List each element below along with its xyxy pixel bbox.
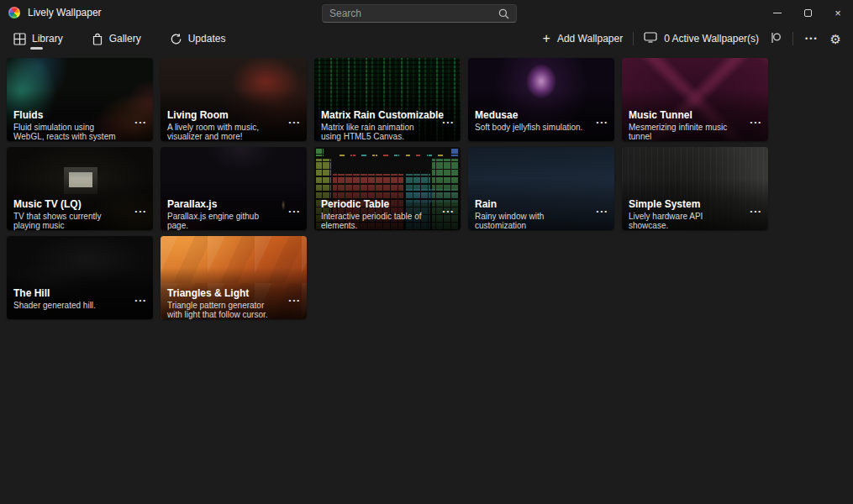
wallpaper-description: Interactive periodic table of elements. bbox=[321, 212, 434, 230]
slideshow-flag-icon bbox=[769, 31, 782, 47]
wallpaper-card-medusae[interactable]: Medusae Soft body jellyfish simulation. … bbox=[468, 58, 614, 141]
wallpaper-title: Rain bbox=[475, 199, 587, 210]
card-more-button[interactable]: ••• bbox=[289, 118, 301, 126]
close-icon: × bbox=[835, 7, 841, 19]
tab-updates-label: Updates bbox=[188, 33, 226, 45]
tab-library[interactable]: Library bbox=[10, 25, 66, 52]
active-wallpapers-button[interactable]: 0 Active Wallpaper(s) bbox=[644, 32, 759, 45]
monitor-icon bbox=[644, 32, 657, 45]
divider bbox=[633, 32, 634, 45]
updates-refresh-icon bbox=[170, 33, 182, 45]
wallpaper-title: Matrix Rain Customizable bbox=[321, 110, 434, 121]
card-more-button[interactable]: ••• bbox=[750, 207, 762, 215]
card-more-button[interactable]: ••• bbox=[597, 118, 608, 126]
wallpaper-card-music-tv[interactable]: Music TV (LQ) TV that shows currently pl… bbox=[7, 147, 153, 230]
wallpaper-description: TV that shows currently playing music bbox=[13, 212, 126, 230]
divider bbox=[792, 32, 793, 45]
wallpaper-description: Soft body jellyfish simulation. bbox=[475, 123, 587, 132]
card-more-button[interactable]: ••• bbox=[135, 118, 147, 126]
navigation-bar: Library Gallery Updates + Add Wallpaper bbox=[0, 25, 853, 52]
card-more-button[interactable]: ••• bbox=[135, 207, 147, 215]
library-grid-icon bbox=[13, 33, 26, 45]
active-wallpapers-label: 0 Active Wallpaper(s) bbox=[664, 33, 759, 45]
search-input[interactable] bbox=[323, 8, 498, 19]
card-more-button[interactable]: ••• bbox=[443, 207, 455, 215]
card-more-button[interactable]: ••• bbox=[443, 118, 455, 126]
wallpaper-title: Triangles & Light bbox=[167, 288, 280, 299]
close-button[interactable]: × bbox=[823, 0, 853, 25]
app-logo-icon bbox=[8, 7, 20, 18]
wallpaper-grid: Fluids Fluid simulation using WebGL, rea… bbox=[0, 52, 769, 319]
wallpaper-card-living-room[interactable]: Living Room A lively room with music, vi… bbox=[161, 58, 307, 141]
wallpaper-card-fluids[interactable]: Fluids Fluid simulation using WebGL, rea… bbox=[7, 58, 153, 141]
wallpaper-description: Parallax.js engine github page. bbox=[167, 212, 280, 230]
wallpaper-card-triangles-light[interactable]: Triangles & Light Triangle pattern gener… bbox=[161, 236, 307, 319]
gallery-bag-icon bbox=[92, 33, 103, 45]
wallpaper-title: Living Room bbox=[167, 110, 280, 121]
add-wallpaper-button[interactable]: + Add Wallpaper bbox=[543, 33, 624, 45]
wallpaper-title: Simple System bbox=[629, 199, 741, 210]
wallpaper-description: Mesmerizing infinite music tunnel bbox=[629, 123, 741, 141]
more-icon: ••• bbox=[805, 34, 818, 43]
wallpaper-title: Music Tunnel bbox=[629, 110, 741, 121]
wallpaper-description: Fluid simulation using WebGL, reacts wit… bbox=[13, 123, 126, 141]
settings-button[interactable]: ⚙ bbox=[830, 33, 841, 45]
search-box[interactable] bbox=[322, 4, 517, 23]
maximize-button[interactable] bbox=[792, 0, 823, 25]
wallpaper-title: Periodic Table bbox=[321, 199, 434, 210]
wallpaper-card-music-tunnel[interactable]: Music Tunnel Mesmerizing infinite music … bbox=[622, 58, 768, 141]
wallpaper-title: Fluids bbox=[13, 110, 126, 121]
wallpaper-description: Triangle pattern generator with light th… bbox=[167, 301, 280, 319]
wallpaper-card-matrix-rain[interactable]: Matrix Rain Customizable Matrix like rai… bbox=[314, 58, 461, 141]
wallpaper-description: Matrix like rain animation using HTML5 C… bbox=[321, 123, 434, 141]
wallpaper-card-parallax[interactable]: Parallax.js Parallax.js engine github pa… bbox=[161, 147, 307, 230]
tab-library-label: Library bbox=[32, 33, 63, 45]
card-more-button[interactable]: ••• bbox=[135, 297, 147, 304]
minimize-button[interactable] bbox=[762, 0, 792, 25]
wallpaper-description: Shader generated hill. bbox=[13, 301, 126, 310]
tab-updates[interactable]: Updates bbox=[166, 25, 229, 52]
wallpaper-title: Parallax.js bbox=[167, 199, 280, 210]
wallpaper-description: A lively room with music, visualizer and… bbox=[167, 123, 280, 141]
wallpaper-title: The Hill bbox=[13, 288, 126, 299]
card-more-button[interactable]: ••• bbox=[750, 118, 762, 126]
slideshow-toggle-button[interactable] bbox=[769, 31, 782, 47]
wallpaper-description: Lively hardware API showcase. bbox=[629, 212, 741, 230]
maximize-icon bbox=[804, 9, 812, 17]
tab-gallery[interactable]: Gallery bbox=[88, 25, 145, 52]
wallpaper-card-the-hill[interactable]: The Hill Shader generated hill. ••• bbox=[7, 236, 153, 319]
tab-gallery-label: Gallery bbox=[109, 33, 141, 45]
wallpaper-title: Music TV (LQ) bbox=[13, 199, 126, 210]
card-more-button[interactable]: ••• bbox=[289, 207, 301, 215]
card-more-button[interactable]: ••• bbox=[597, 207, 608, 215]
wallpaper-title: Medusae bbox=[475, 110, 587, 121]
gear-icon: ⚙ bbox=[830, 32, 841, 46]
window-controls: × bbox=[762, 0, 853, 25]
wallpaper-card-simple-system[interactable]: Simple System Lively hardware API showca… bbox=[622, 147, 768, 230]
titlebar: Lively Wallpaper × bbox=[0, 0, 853, 25]
wallpaper-description: Rainy window with customization bbox=[475, 212, 587, 230]
app-title: Lively Wallpaper bbox=[28, 7, 102, 18]
wallpaper-card-periodic-table[interactable]: Periodic Table Interactive periodic tabl… bbox=[314, 147, 461, 230]
search-icon[interactable] bbox=[498, 8, 509, 19]
wallpaper-card-rain[interactable]: Rain Rainy window with customization ••• bbox=[468, 147, 614, 230]
card-more-button[interactable]: ••• bbox=[289, 297, 301, 304]
add-wallpaper-label: Add Wallpaper bbox=[557, 33, 623, 45]
nav-actions: + Add Wallpaper 0 Active Wallpaper(s) bbox=[543, 31, 841, 47]
plus-icon: + bbox=[543, 34, 550, 44]
minimize-icon bbox=[773, 13, 782, 13]
more-options-button[interactable]: ••• bbox=[803, 34, 819, 43]
